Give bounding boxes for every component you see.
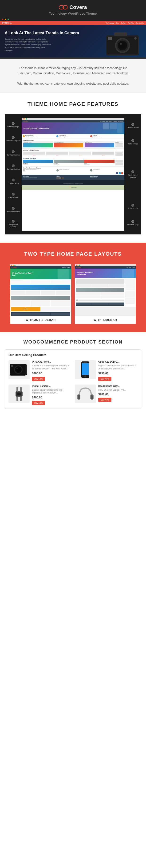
product-name-0: OPSO A17 Mea... (32, 360, 71, 363)
svg-rect-20 (26, 365, 27, 375)
hero-nav-link: Gallery (121, 22, 126, 24)
product-info-1: Oppo A17 1GB G... Oppo A17 smartphones w… (98, 360, 138, 381)
svg-rect-35 (91, 395, 93, 399)
hero-screenshot: ⊙ Covera Technology Blog Gallery Portfol… (0, 18, 146, 59)
hero-nav-link: Blog (116, 22, 119, 24)
label-location-map: Location Map (125, 215, 140, 231)
mockup-service-row-1: Microtechnics High technology product se… (22, 134, 124, 139)
buy-now-button-1[interactable]: Buy Now (98, 377, 111, 381)
product-card-0: OPSO A17 Mea... A watch is a small timep… (8, 360, 71, 381)
hero-subtitle: It seems every day that cameras are gett… (5, 38, 52, 52)
product-desc-1: Oppo A17 smartphones was launched in Jun… (98, 364, 138, 370)
product-name-1: Oppo A17 1GB G... (98, 360, 138, 363)
product-desc-3: Sony 14.5-inch Laptop. The... (98, 389, 138, 392)
features-title: THEME HOME PAGE FEATURES (5, 101, 141, 107)
label-service-section-2: Service Section (6, 160, 21, 174)
logo-container: Covera (0, 4, 146, 10)
features-section: THEME HOME PAGE FEATURES Business Logo S… (0, 93, 146, 243)
layout2-screenshot: ⊙ Covera Tech Blog Gallery Improved Shar… (75, 264, 136, 316)
label-business-logo: Business Logo (6, 118, 21, 132)
mockup-nav-item: Blog (106, 121, 108, 122)
logo-icon (59, 5, 68, 10)
mockup-footer: Technology Lorem ipsum dolor sit amet co… (22, 175, 124, 180)
two-types-section: TWO TYPE HOME PAGE LAYOUTS ⊙ Covera Tech… (0, 243, 146, 332)
svg-rect-24 (84, 362, 87, 363)
layout-with-sidebar: ⊙ Covera Tech Blog Gallery Improved Shar… (75, 264, 136, 324)
svg-rect-19 (11, 365, 13, 367)
product-info-0: OPSO A17 Mea... A watch is a small timep… (32, 360, 71, 381)
mockup-nav-item: Portfolio (113, 121, 117, 122)
product-price-1: $250.00 (98, 372, 138, 375)
mockup-blog: Our Latest Blog Post Movie Player Blog c… (22, 157, 124, 166)
label-widgetized-sidebar: Widgetized Sidebar (125, 150, 140, 199)
product-desc-0: A watch is a small timepiece intended to… (32, 364, 71, 370)
mockup-map: 📍 Location Map (22, 185, 124, 190)
label-social-icons: Social Icons (125, 198, 140, 215)
buy-now-button-2[interactable]: Buy Now (32, 401, 45, 405)
product-img-2 (8, 384, 30, 403)
hero-logo-sm: ⊙ Covera (2, 22, 11, 24)
mockup-testimonial: Read The Customer's Review Customer revi… (22, 166, 124, 175)
mockup-footer-bottom: Covera Technology WordPress Theme By All… (22, 180, 124, 185)
left-labels: Business Logo Slider Description Service… (5, 117, 22, 232)
label-widgetized-footer: Widgetized Footer (6, 217, 21, 231)
product-desc-2: Capture stylish photographs and impressi… (32, 389, 71, 395)
label-testimonial-area: Testimonial Area (6, 203, 21, 217)
center-mockup: ⊙ Covera Technology Blog Gallery Portfol… (22, 118, 124, 231)
logo-text: Covera (69, 4, 87, 10)
label-slider-description: Slider Description (6, 132, 21, 146)
site-header: Covera Technology WordPress Theme (0, 0, 146, 18)
mockup-products: Our Best Selling Products $400.00 $250.0… (22, 149, 124, 157)
label-slider-image: Slider Image (125, 134, 140, 150)
woocommerce-section: WOOCOMMERCE PRODUCT SECTION Our Best Sel… (0, 332, 146, 415)
hero-title: A Look At The Latest Trends In Camera (5, 30, 141, 36)
description-section: The theme is suitable for encouraging an… (0, 59, 146, 93)
mockup-analytic: Analytic Theories Your Strategic Options… (22, 139, 124, 149)
layout-without-sidebar: ⊙ Covera Tech Blog Gallery We Use Techno… (10, 264, 71, 324)
product-card-3: Headphones With... Sony 14.5-inch Laptop… (75, 384, 138, 405)
product-info-3: Headphones With... Sony 14.5-inch Laptop… (98, 384, 138, 405)
product-price-2: $700.00 (32, 396, 71, 399)
description-text: The theme is suitable for encouraging an… (14, 65, 132, 86)
svg-rect-22 (82, 363, 89, 375)
label-blog-section: Blog Section (6, 188, 21, 203)
mockup-nav-item: Gallery (109, 121, 112, 122)
product-price-0: $400.00 (32, 372, 71, 375)
svg-rect-31 (20, 397, 22, 401)
buy-now-button-3[interactable]: Buy Now (98, 398, 111, 402)
product-img-0 (8, 360, 30, 379)
products-showcase: Our Best Selling Products (5, 349, 141, 408)
mockup-nav-item: Contact Us (118, 121, 123, 122)
hero-nav-link: Technology (106, 22, 114, 24)
buy-now-button-0[interactable]: Buy Now (32, 377, 45, 381)
product-price-3: $200.00 (98, 393, 138, 396)
product-img-3 (75, 384, 96, 403)
svg-rect-27 (17, 393, 21, 395)
label-custom-menu: Custom Menu (125, 118, 140, 134)
hero-nav-link: Portfolio (128, 22, 134, 24)
mockup-logo: ⊙ Covera (23, 120, 28, 122)
features-layout: Business Logo Slider Description Service… (5, 117, 141, 232)
layout1-label: WITHOUT SIDEBAR (10, 316, 71, 324)
mockup-slider: Improved Sharing Of Information (22, 122, 124, 134)
svg-point-18 (16, 368, 18, 369)
product-name-3: Headphones With... (98, 384, 138, 388)
two-types-title: TWO TYPE HOME PAGE LAYOUTS (5, 251, 141, 257)
svg-point-23 (84, 375, 86, 377)
features-diagram: Business Logo Slider Description Service… (5, 114, 141, 235)
mockup-nav-item: Technology (100, 121, 105, 122)
woo-title: WOOCOMMERCE PRODUCT SECTION (5, 339, 141, 345)
hero-nav-link: Contact Us (136, 22, 144, 24)
svg-rect-34 (78, 395, 80, 399)
product-info-2: Digital Camera ... Capture stylish photo… (32, 384, 71, 405)
right-labels: Custom Menu Slider Image Widgetized Side… (124, 117, 141, 232)
layouts-row: ⊙ Covera Tech Blog Gallery We Use Techno… (5, 264, 141, 324)
svg-rect-29 (20, 387, 22, 392)
products-heading: Our Best Selling Products (8, 353, 138, 357)
layout2-label: WITH SIDEBAR (75, 316, 136, 324)
product-img-1 (75, 360, 96, 379)
products-grid: OPSO A17 Mea... A watch is a small timep… (8, 360, 138, 405)
product-name-2: Digital Camera ... (32, 384, 71, 388)
label-service-section-1: Service Section (6, 146, 21, 160)
layout1-screenshot: ⊙ Covera Tech Blog Gallery We Use Techno… (10, 264, 71, 316)
